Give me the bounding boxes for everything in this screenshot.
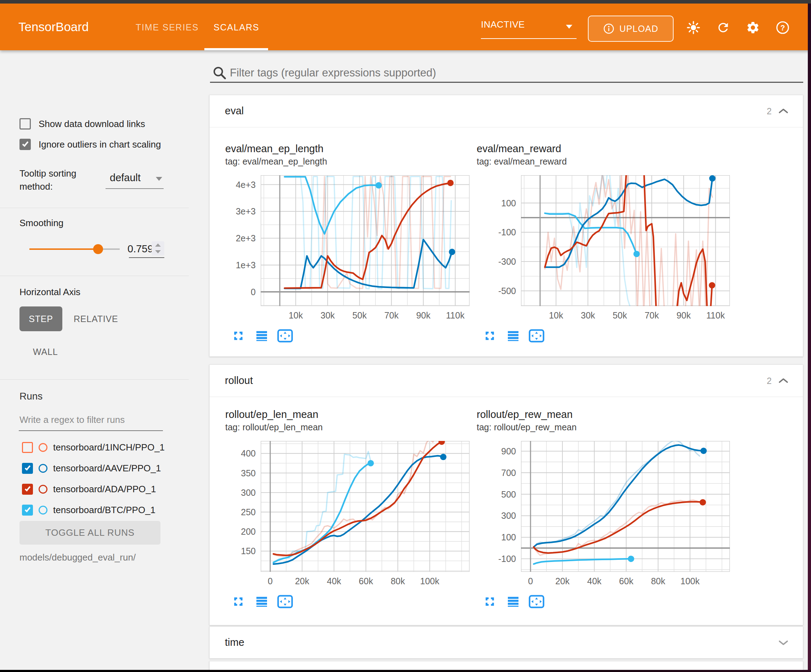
- horizontal-axis-label: Horizontal Axis: [19, 287, 80, 298]
- tab-scalars[interactable]: SCALARS: [214, 3, 259, 50]
- run-checkbox[interactable]: [22, 484, 33, 495]
- run-row-aave[interactable]: tensorboard/AAVE/PPO_1: [22, 461, 161, 475]
- section-count: 2: [767, 376, 772, 386]
- fit-domain-icon[interactable]: [277, 593, 293, 610]
- data-table-icon[interactable]: [505, 593, 521, 610]
- tooltip-sorting-select[interactable]: default: [105, 171, 164, 189]
- fit-domain-icon[interactable]: [528, 328, 545, 344]
- scalar-line-chart[interactable]: [521, 441, 730, 572]
- brightness-icon[interactable]: [686, 20, 701, 35]
- x-tick-label: 80k: [651, 576, 665, 586]
- axis-relative-button[interactable]: RELATIVE: [74, 306, 118, 331]
- y-tick-label: 100: [501, 198, 516, 208]
- y-axis: 150200250300350400: [225, 441, 258, 572]
- run-label: tensorboard/AAVE/PPO_1: [53, 463, 161, 474]
- refresh-icon[interactable]: [716, 20, 730, 35]
- collapse-chevron-up-icon[interactable]: [778, 377, 789, 384]
- tab-time-series[interactable]: TIME SERIES: [136, 3, 199, 50]
- collapse-chevron-down-icon[interactable]: [778, 639, 789, 646]
- fit-domain-icon[interactable]: [277, 328, 293, 344]
- app-header: TensorBoard TIME SERIES SCALARS INACTIVE…: [0, 3, 811, 50]
- tag-filter-input[interactable]: [230, 64, 796, 81]
- tooltip-sorting-label: Tooltip sorting method:: [19, 167, 105, 193]
- run-row-ada[interactable]: tensorboard/ADA/PPO_1: [22, 482, 156, 496]
- input-underline: [19, 430, 163, 431]
- fullscreen-icon[interactable]: [482, 328, 498, 344]
- status-dropdown-value: INACTIVE: [481, 19, 525, 30]
- chart-tag: tag: eval/mean_ep_length: [225, 156, 327, 167]
- fullscreen-icon[interactable]: [230, 593, 246, 610]
- window-right-edge: [808, 0, 811, 672]
- section-title: eval: [225, 105, 244, 117]
- scalar-line-chart[interactable]: [521, 175, 730, 306]
- section-count: 2: [767, 106, 772, 117]
- run-checkbox[interactable]: [22, 463, 33, 474]
- fullscreen-icon[interactable]: [482, 593, 498, 610]
- window-bottom-edge: [0, 670, 811, 672]
- settings-gear-icon[interactable]: [746, 20, 760, 35]
- ignore-outliers-row[interactable]: Ignore outliers in chart scaling: [19, 139, 161, 150]
- upload-button[interactable]: UPLOAD: [588, 15, 674, 42]
- smoothing-stepper[interactable]: [151, 241, 165, 256]
- dropdown-arrow-icon: [156, 177, 162, 181]
- ignore-outliers-checkbox[interactable]: [19, 139, 31, 150]
- section-header-rollout[interactable]: rollout 2: [210, 365, 803, 397]
- section-header-time[interactable]: time: [210, 627, 803, 658]
- data-table-icon[interactable]: [505, 328, 521, 344]
- svg-text:?: ?: [780, 24, 785, 32]
- runs-heading: Runs: [19, 391, 42, 402]
- tag-filter: [210, 64, 805, 83]
- slider-fill: [29, 249, 98, 250]
- y-tick-label: -100: [498, 227, 516, 237]
- chart-eval-mean-ep-length: eval/mean_ep_length tag: eval/mean_ep_le…: [225, 143, 470, 355]
- run-color-circle-icon: [39, 464, 48, 473]
- chart-title: eval/mean_reward: [477, 143, 561, 155]
- toggle-all-runs-button[interactable]: TOGGLE ALL RUNS: [19, 521, 160, 545]
- status-dropdown[interactable]: INACTIVE: [481, 15, 577, 39]
- smoothing-slider[interactable]: [29, 241, 120, 257]
- section-header-eval[interactable]: eval 2: [210, 95, 803, 127]
- y-tick-label: 100: [501, 532, 516, 542]
- collapse-chevron-up-icon[interactable]: [778, 108, 789, 115]
- divider: [0, 208, 189, 208]
- x-tick-label: 20k: [295, 576, 309, 586]
- runs-filter-input[interactable]: [19, 412, 161, 427]
- chart-eval-mean-reward: eval/mean_reward tag: eval/mean_reward 1…: [477, 143, 721, 355]
- run-checkbox[interactable]: [22, 442, 33, 453]
- help-icon[interactable]: ?: [775, 20, 790, 35]
- chart-tag: tag: rollout/ep_rew_mean: [477, 422, 577, 432]
- slider-thumb[interactable]: [93, 244, 103, 254]
- section-card-time: time: [209, 626, 803, 658]
- section-card-rollout: rollout 2 rollout/ep_len_mean tag: rollo…: [209, 364, 803, 625]
- fit-domain-icon[interactable]: [528, 593, 545, 610]
- show-download-links-checkbox[interactable]: [19, 118, 31, 130]
- x-tick-label: 30k: [321, 310, 335, 321]
- run-row-btc[interactable]: tensorboard/BTC/PPO_1: [22, 503, 156, 517]
- scalar-line-chart[interactable]: [261, 441, 470, 572]
- chart-title: rollout/ep_rew_mean: [477, 409, 573, 420]
- run-checkbox[interactable]: [22, 504, 33, 516]
- x-tick-label: 100k: [680, 576, 699, 586]
- axis-step-button[interactable]: STEP: [19, 306, 62, 331]
- y-tick-label: 300: [241, 487, 256, 498]
- scalar-line-chart[interactable]: [261, 175, 470, 306]
- window-top-bar: [0, 0, 811, 3]
- data-table-icon[interactable]: [254, 328, 270, 344]
- y-tick-label: 200: [241, 526, 256, 537]
- tooltip-sorting-value: default: [110, 172, 141, 184]
- app-title: TensorBoard: [19, 3, 88, 50]
- chart-title: eval/mean_ep_length: [225, 143, 323, 155]
- chart-title: rollout/ep_len_mean: [225, 409, 318, 420]
- axis-wall-button[interactable]: WALL: [33, 343, 58, 360]
- data-table-icon[interactable]: [254, 593, 270, 610]
- y-tick-label: 500: [501, 489, 516, 499]
- info-icon: [603, 23, 614, 34]
- fullscreen-icon[interactable]: [230, 328, 246, 344]
- run-row-1inch[interactable]: tensorboard/1INCH/PPO_1: [22, 440, 165, 454]
- y-tick-label: -100: [498, 554, 516, 564]
- section-title: time: [225, 636, 244, 648]
- x-axis: 10k30k50k70k90k110k: [521, 310, 730, 322]
- chart-toolbar: [482, 593, 545, 610]
- run-color-circle-icon: [39, 506, 48, 515]
- show-download-links-row[interactable]: Show data download links: [19, 118, 145, 130]
